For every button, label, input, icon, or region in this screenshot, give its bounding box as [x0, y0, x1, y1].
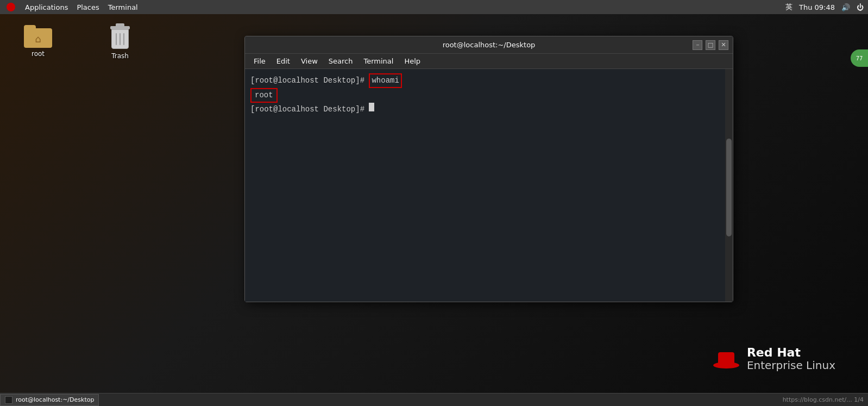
terminal-line-1: [root@localhost Desktop]# whoami — [250, 73, 727, 88]
term-terminal-menu[interactable]: Terminal — [359, 56, 398, 66]
terminal-line-3: [root@localhost Desktop]# — [250, 103, 727, 115]
trash-graphic — [109, 26, 131, 50]
command-whoami: whoami — [369, 73, 401, 88]
terminal-menubar: File Edit View Search Terminal Help — [245, 54, 733, 69]
terminal-scrollbar[interactable] — [725, 69, 733, 302]
redhat-hat-logo — [713, 349, 739, 368]
terminal-menu[interactable]: Terminal — [104, 2, 142, 13]
clock: Thu 09:48 — [799, 3, 835, 11]
taskbar-item-label: root@localhost:~/Desktop — [16, 396, 94, 403]
minimize-button[interactable]: － — [693, 40, 702, 50]
maximize-button[interactable]: □ — [706, 40, 715, 50]
top-right-area: 英 Thu 09:48 🔊 ⏻ — [785, 0, 864, 14]
corner-circle-button[interactable]: 77 — [851, 49, 868, 67]
taskbar: root@localhost:~/Desktop https://blog.cs… — [0, 393, 868, 406]
terminal-titlebar[interactable]: root@localhost:~/Desktop － □ ✕ — [245, 36, 733, 54]
term-search-menu[interactable]: Search — [324, 56, 357, 66]
redhat-branding: Red Hat Enterprise Linux — [713, 346, 835, 371]
applications-menu[interactable]: Applications — [21, 2, 72, 13]
prompt-2: [root@localhost Desktop]# — [250, 104, 369, 115]
trash-icon-label: Trash — [111, 52, 129, 60]
redhat-edition: Enterprise Linux — [747, 359, 835, 371]
redhat-logo-icon — [7, 3, 15, 11]
redhat-logo-menu[interactable] — [2, 2, 21, 13]
taskbar-item-icon — [5, 396, 12, 404]
term-file-menu[interactable]: File — [249, 56, 270, 66]
root-icon-label: root — [32, 50, 45, 58]
top-menubar: Applications Places Terminal 英 Thu 09:48… — [0, 0, 868, 14]
terminal-window-controls: － □ ✕ — [693, 40, 728, 50]
close-button[interactable]: ✕ — [719, 40, 728, 50]
redhat-name: Red Hat — [747, 346, 835, 359]
terminal-body[interactable]: [root@localhost Desktop]# whoami root [r… — [245, 69, 733, 302]
desktop: ⌂ root Trash root@localhost:~/Desktop － … — [0, 14, 868, 393]
redhat-text: Red Hat Enterprise Linux — [747, 346, 835, 371]
terminal-window: root@localhost:~/Desktop － □ ✕ File Edit… — [244, 36, 733, 302]
folder-graphic: ⌂ — [24, 25, 52, 48]
volume-icon[interactable]: 🔊 — [841, 3, 850, 11]
term-help-menu[interactable]: Help — [400, 56, 425, 66]
taskbar-right-text: https://blog.csdn.net/... 1/4 — [783, 396, 868, 403]
language-indicator[interactable]: 英 — [785, 2, 792, 12]
term-edit-menu[interactable]: Edit — [272, 56, 294, 66]
trash-icon[interactable]: Trash — [107, 24, 133, 62]
output-root: root — [250, 88, 278, 103]
taskbar-terminal-item[interactable]: root@localhost:~/Desktop — [0, 394, 99, 406]
terminal-cursor — [369, 103, 374, 111]
term-view-menu[interactable]: View — [297, 56, 322, 66]
terminal-line-2: root — [250, 88, 727, 103]
terminal-title: root@localhost:~/Desktop — [443, 41, 536, 49]
prompt-1: [root@localhost Desktop]# — [250, 75, 369, 86]
terminal-scrollbar-thumb — [726, 139, 732, 236]
root-folder-icon[interactable]: ⌂ root — [22, 23, 54, 60]
power-icon[interactable]: ⏻ — [857, 3, 864, 11]
places-menu[interactable]: Places — [72, 2, 103, 13]
